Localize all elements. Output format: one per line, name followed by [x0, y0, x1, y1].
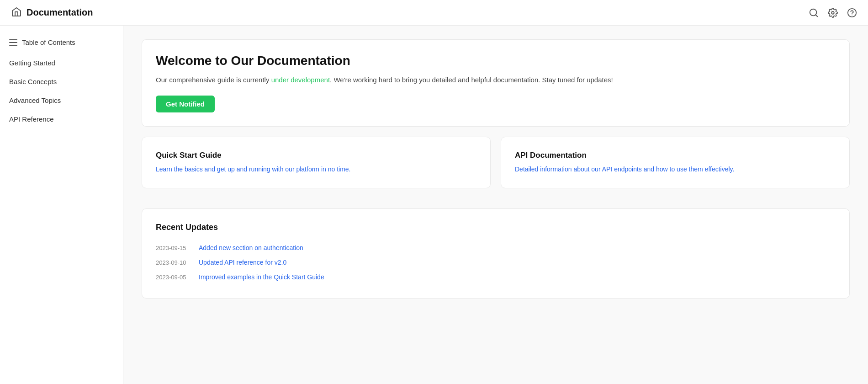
update-date-2: 2023-09-05	[156, 274, 192, 281]
welcome-desc-before: Our comprehensive guide is currently	[156, 76, 271, 84]
update-row-2: 2023-09-05 Improved examples in the Quic…	[156, 270, 836, 284]
toc-label: Table of Contents	[22, 38, 75, 46]
topbar: Documentation	[0, 0, 868, 26]
api-doc-title: API Documentation	[515, 151, 836, 160]
topbar-left: Documentation	[11, 6, 93, 19]
quick-start-title: Quick Start Guide	[156, 151, 476, 160]
update-text-2: Improved examples in the Quick Start Gui…	[199, 273, 324, 281]
search-icon[interactable]	[809, 8, 819, 18]
sidebar-item-api-reference[interactable]: API Reference	[0, 110, 123, 128]
svg-point-2	[831, 11, 834, 14]
sidebar-item-advanced-topics[interactable]: Advanced Topics	[0, 91, 123, 110]
get-notified-button[interactable]: Get Notified	[156, 96, 215, 112]
api-doc-card: API Documentation Detailed information a…	[501, 137, 850, 188]
help-icon[interactable]	[847, 8, 857, 18]
toc-header: Table of Contents	[0, 35, 123, 53]
svg-line-1	[815, 15, 817, 16]
update-text-1: Updated API reference for v2.0	[199, 259, 286, 266]
main-content: Welcome to Our Documentation Our compreh…	[123, 26, 868, 384]
home-icon[interactable]	[11, 6, 22, 19]
update-date-1: 2023-09-10	[156, 259, 192, 266]
settings-icon[interactable]	[828, 8, 838, 18]
api-doc-desc: Detailed information about our API endpo…	[515, 165, 836, 174]
update-date-0: 2023-09-15	[156, 245, 192, 251]
update-row-1: 2023-09-10 Updated API reference for v2.…	[156, 255, 836, 270]
welcome-title: Welcome to Our Documentation	[156, 53, 836, 68]
hamburger-icon[interactable]	[9, 39, 17, 46]
update-row-0: 2023-09-15 Added new section on authenti…	[156, 240, 836, 255]
sidebar-item-getting-started[interactable]: Getting Started	[0, 53, 123, 72]
quick-start-card: Quick Start Guide Learn the basics and g…	[142, 137, 491, 188]
two-col-cards: Quick Start Guide Learn the basics and g…	[142, 137, 850, 198]
sidebar-item-basic-concepts[interactable]: Basic Concepts	[0, 72, 123, 91]
welcome-desc-highlight: under development	[271, 76, 330, 84]
welcome-desc-after: . We're working hard to bring you detail…	[330, 76, 613, 84]
welcome-desc: Our comprehensive guide is currently und…	[156, 75, 836, 85]
page-title: Documentation	[26, 7, 93, 18]
recent-updates-card: Recent Updates 2023-09-15 Added new sect…	[142, 208, 850, 299]
sidebar: Table of Contents Getting Started Basic …	[0, 26, 123, 384]
updates-title: Recent Updates	[156, 223, 836, 232]
quick-start-desc: Learn the basics and get up and running …	[156, 165, 476, 174]
update-text-0: Added new section on authentication	[199, 244, 303, 251]
layout: Table of Contents Getting Started Basic …	[0, 26, 868, 384]
topbar-icons	[809, 8, 857, 18]
welcome-card: Welcome to Our Documentation Our compreh…	[142, 39, 850, 127]
